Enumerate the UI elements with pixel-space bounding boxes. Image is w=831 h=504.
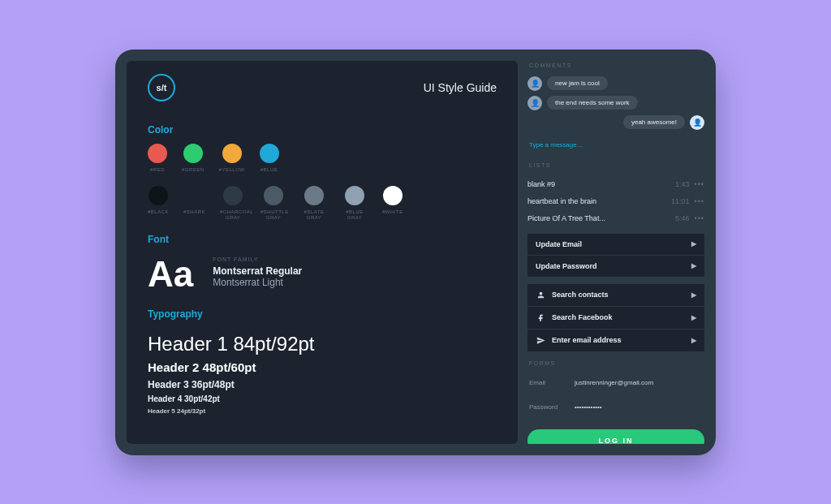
color-swatch: #BLUE GRAY bbox=[342, 186, 368, 221]
more-icon[interactable]: ••• bbox=[695, 180, 704, 188]
font-family-light: Montserrat Light bbox=[213, 277, 302, 288]
send-icon bbox=[536, 336, 545, 345]
menu-item-label: Update Password bbox=[536, 262, 597, 270]
comment-bubble: new jam is cool bbox=[547, 76, 608, 90]
color-dot bbox=[223, 186, 243, 205]
font-family-regular: Montserrat Regular bbox=[213, 265, 302, 277]
page-title: UI Style Guide bbox=[424, 81, 497, 94]
color-dot bbox=[304, 186, 324, 205]
facebook-icon bbox=[536, 313, 545, 322]
list-item[interactable]: heartbeat in the brain11:01••• bbox=[527, 193, 704, 210]
color-name: #CHARCOAL GRAY bbox=[220, 209, 246, 221]
menu-item-left: Search Facebook bbox=[536, 313, 613, 322]
color-dot bbox=[345, 186, 364, 205]
form-password-label: Password bbox=[529, 403, 565, 411]
list-item-name: heartbeat in the brain bbox=[527, 197, 596, 205]
chevron-right-icon: ▶ bbox=[691, 314, 696, 321]
color-swatch: #BLACK bbox=[148, 186, 169, 221]
menu-item-left: Enter email address bbox=[536, 336, 622, 345]
lists-label: LISTS bbox=[529, 162, 704, 168]
color-name: #WHITE bbox=[382, 209, 403, 215]
color-swatch: #CHARCOAL GRAY bbox=[220, 186, 246, 221]
palette-primary: #RED#GREEN#YELLOW#BLUE bbox=[148, 144, 497, 173]
brand-logo-text: s/t bbox=[157, 83, 167, 93]
menu-item-left: Search contacts bbox=[536, 291, 609, 299]
chevron-right-icon: ▶ bbox=[691, 262, 696, 269]
color-dot bbox=[185, 186, 205, 205]
comment-row: 👤the end needs some work bbox=[527, 96, 704, 110]
color-swatch: #SHUTTLE GRAY bbox=[260, 186, 286, 221]
font-glyph: Aa bbox=[148, 256, 193, 292]
menu-item[interactable]: Enter email address▶ bbox=[527, 330, 704, 352]
color-name: #BLUE bbox=[260, 167, 278, 173]
color-dot bbox=[148, 144, 167, 163]
color-swatch: #WHITE bbox=[382, 186, 403, 221]
color-swatch: #SHARK bbox=[183, 186, 205, 221]
list-item-meta: 11:01••• bbox=[671, 197, 704, 205]
avatar: 👤 bbox=[690, 115, 704, 130]
color-name: #BLUE GRAY bbox=[342, 209, 368, 221]
list-item-time: 11:01 bbox=[671, 197, 690, 205]
color-swatch: #YELLOW bbox=[219, 144, 245, 173]
color-name: #SLATE GRAY bbox=[301, 209, 327, 221]
list-item[interactable]: blank #91:43••• bbox=[527, 176, 704, 193]
form-password-row: Password •••••••••••• bbox=[527, 398, 704, 416]
color-name: #SHARK bbox=[183, 209, 205, 215]
color-swatch: #SLATE GRAY bbox=[301, 186, 327, 221]
avatar: 👤 bbox=[527, 96, 542, 110]
form-email-value[interactable]: justinrenninger@gmail.com bbox=[575, 379, 653, 386]
more-icon[interactable]: ••• bbox=[695, 197, 704, 205]
menu-item[interactable]: Search Facebook▶ bbox=[527, 307, 704, 330]
more-icon[interactable]: ••• bbox=[695, 214, 704, 222]
chevron-right-icon: ▶ bbox=[691, 291, 696, 299]
forms-label: FORMS bbox=[529, 360, 704, 366]
color-swatch: #RED bbox=[148, 144, 167, 173]
section-color-label: Color bbox=[148, 124, 497, 136]
menu-item-label: Search Facebook bbox=[552, 313, 613, 321]
list-item-name: Picture Of A Tree That... bbox=[527, 214, 605, 222]
menu-item[interactable]: Update Password▶ bbox=[527, 256, 704, 278]
chevron-right-icon: ▶ bbox=[691, 240, 696, 248]
typo-h4: Header 4 30pt/42pt bbox=[148, 394, 497, 403]
menu-item-label: Update Email bbox=[536, 240, 582, 248]
list-item-meta: 1:43••• bbox=[675, 180, 704, 188]
list-item-time: 1:43 bbox=[675, 180, 690, 188]
chevron-right-icon: ▶ bbox=[691, 337, 696, 344]
color-dot bbox=[149, 186, 168, 205]
login-button[interactable]: LOG IN bbox=[527, 429, 704, 444]
comments-label: COMMENTS bbox=[529, 62, 704, 68]
settings-menu: Update Email▶Update Password▶ bbox=[527, 234, 704, 278]
comment-bubble: the end needs some work bbox=[547, 96, 638, 110]
color-dot bbox=[383, 186, 403, 205]
font-row: Aa FONT FAMILY Montserrat Regular Montse… bbox=[148, 256, 497, 292]
form-password-value[interactable]: •••••••••••• bbox=[575, 403, 602, 411]
color-name: #YELLOW bbox=[219, 167, 245, 173]
comments-thread: 👤new jam is cool👤the end needs some work… bbox=[527, 76, 704, 130]
menu-item[interactable]: Search contacts▶ bbox=[527, 284, 704, 307]
typo-h2: Header 2 48pt/60pt bbox=[148, 360, 497, 374]
avatar: 👤 bbox=[527, 76, 542, 91]
lists-block: blank #91:43•••heartbeat in the brain11:… bbox=[527, 176, 704, 227]
section-font-label: Font bbox=[148, 234, 497, 245]
list-item-meta: 5:46••• bbox=[675, 214, 704, 222]
contacts-icon bbox=[536, 291, 545, 299]
menu-item[interactable]: Update Email▶ bbox=[527, 234, 704, 256]
color-dot bbox=[260, 144, 279, 163]
color-name: #SHUTTLE GRAY bbox=[260, 209, 286, 221]
typo-h5: Header 5 24pt/32pt bbox=[148, 407, 497, 415]
comment-row: yeah awesome!👤 bbox=[527, 115, 704, 130]
message-input[interactable] bbox=[527, 136, 704, 154]
menu-item-label: Enter email address bbox=[552, 336, 622, 344]
brand-logo: s/t bbox=[148, 74, 175, 101]
color-dot bbox=[183, 144, 203, 163]
font-meta: FONT FAMILY Montserrat Regular Montserra… bbox=[213, 256, 302, 288]
list-item-time: 5:46 bbox=[675, 214, 690, 222]
comment-bubble: yeah awesome! bbox=[623, 115, 685, 129]
list-item[interactable]: Picture Of A Tree That...5:46••• bbox=[527, 210, 704, 227]
sidebar: COMMENTS 👤new jam is cool👤the end needs … bbox=[527, 61, 704, 444]
menu-item-label: Search contacts bbox=[552, 291, 609, 299]
main-panel: s/t UI Style Guide Color #RED#GREEN#YELL… bbox=[127, 61, 518, 444]
typography-block: Header 1 84pt/92pt Header 2 48pt/60pt He… bbox=[148, 328, 497, 415]
color-name: #GREEN bbox=[182, 167, 205, 173]
search-menu: Search contacts▶Search Facebook▶Enter em… bbox=[527, 284, 704, 352]
